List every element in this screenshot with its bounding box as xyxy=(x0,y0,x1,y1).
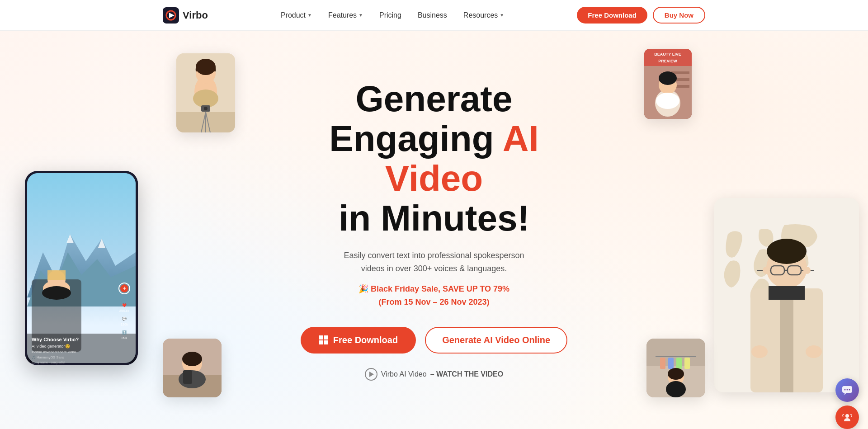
hero-free-download-button[interactable]: Free Download xyxy=(301,327,416,354)
svg-rect-36 xyxy=(47,270,66,280)
svg-rect-86 xyxy=(324,335,328,339)
hero-heading: Generate Engaging AI Video in Minutes! xyxy=(276,79,592,238)
float-card-bottom-left xyxy=(163,339,222,397)
svg-point-63 xyxy=(763,267,770,274)
svg-text:120k: 120k xyxy=(121,322,128,326)
svg-point-57 xyxy=(767,239,807,264)
svg-point-93 xyxy=(845,414,849,418)
chat-widget[interactable] xyxy=(835,378,859,402)
nav-links: Product ▼ Features ▼ Pricing Business Re… xyxy=(281,11,504,19)
svg-point-92 xyxy=(849,389,850,391)
nav-product[interactable]: Product ▼ xyxy=(281,11,312,19)
svg-text:Song name - song artist: Song name - song artist xyxy=(32,361,65,364)
nav-business[interactable]: Business xyxy=(418,11,447,19)
sale-line2: (From 15 Nov – 26 Nov 2023) xyxy=(378,297,489,306)
float-card-bottom-right xyxy=(646,339,705,397)
svg-rect-87 xyxy=(319,340,323,344)
svg-point-90 xyxy=(844,389,846,391)
play-triangle xyxy=(369,372,374,377)
svg-point-84 xyxy=(666,381,686,397)
resources-chevron: ▼ xyxy=(500,13,504,18)
hero-generate-online-button[interactable]: Generate AI Video Online xyxy=(425,327,567,354)
svg-point-25 xyxy=(656,93,679,109)
heading-generate: Generate xyxy=(356,79,513,119)
svg-rect-79 xyxy=(668,358,674,369)
svg-text:❤️: ❤️ xyxy=(122,303,127,307)
svg-rect-74 xyxy=(183,370,192,384)
logo[interactable]: Virbo xyxy=(163,7,208,24)
svg-text:🎵 HarmonyOS Sans: 🎵 HarmonyOS Sans xyxy=(32,355,64,359)
svg-point-67 xyxy=(751,345,768,358)
float-card-beauty-live: BEAUTY LIVE PREVIEW xyxy=(644,49,692,119)
product-chevron: ▼ xyxy=(307,13,312,18)
hero-section: BEAUTY LIVE PREVIEW xyxy=(0,31,868,429)
svg-text:⬆️: ⬆️ xyxy=(122,330,127,335)
sale-emoji: 🎉 xyxy=(359,284,368,293)
heading-minutes: in Minutes! xyxy=(339,198,529,238)
svg-text:#Virbo #Wondershare Virbo: #Virbo #Wondershare Virbo xyxy=(32,350,76,354)
hero-buttons: Free Download Generate AI Video Online xyxy=(276,327,592,354)
svg-rect-55 xyxy=(780,288,793,392)
svg-point-68 xyxy=(806,345,822,358)
svg-text:AI video generator😊: AI video generator😊 xyxy=(32,344,71,349)
play-circle xyxy=(365,368,377,381)
svg-text:89k: 89k xyxy=(122,336,127,340)
svg-text:BEAUTY LIVE: BEAUTY LIVE xyxy=(654,52,681,57)
float-card-man-right xyxy=(714,198,859,392)
float-card-phone: Why Choose Virbo? AI video generator😊 #V… xyxy=(25,171,138,365)
svg-text:+: + xyxy=(123,285,126,292)
nav-resources[interactable]: Resources ▼ xyxy=(463,11,504,19)
svg-rect-80 xyxy=(676,358,682,369)
svg-text:💬: 💬 xyxy=(122,316,127,321)
svg-text:PREVIEW: PREVIEW xyxy=(658,59,677,63)
hero-sale-promo: 🎉 Black Friday Sale, SAVE UP TO 79% (Fro… xyxy=(276,283,592,309)
hero-subtext: Easily convert text into professional sp… xyxy=(276,249,592,275)
sale-line1: Black Friday Sale, SAVE UP TO 79% xyxy=(371,284,509,293)
svg-text:Why Choose Virbo?: Why Choose Virbo? xyxy=(32,337,79,342)
svg-point-72 xyxy=(182,352,202,366)
svg-rect-66 xyxy=(769,286,805,300)
float-card-woman-top xyxy=(176,53,235,132)
svg-text:255.6k: 255.6k xyxy=(119,309,130,313)
chat-icon xyxy=(841,384,853,396)
nav-buy-now-button[interactable]: Buy Now xyxy=(653,7,705,24)
svg-rect-76 xyxy=(646,339,705,366)
svg-rect-81 xyxy=(684,358,690,369)
nav-free-download-button[interactable]: Free Download xyxy=(577,7,647,24)
watch-suffix: – WATCH THE VIDEO xyxy=(430,370,504,378)
watch-label: Virbo AI Video xyxy=(381,370,427,378)
svg-point-91 xyxy=(847,389,848,391)
windows-icon xyxy=(319,335,329,345)
heading-engaging: Engaging xyxy=(329,118,494,159)
svg-point-64 xyxy=(803,267,811,274)
svg-rect-15 xyxy=(644,49,692,66)
nav-actions: Free Download Buy Now xyxy=(577,7,705,24)
navbar: Virbo Product ▼ Features ▼ Pricing Busin… xyxy=(0,0,868,31)
logo-text: Virbo xyxy=(183,9,208,21)
hero-watch-video[interactable]: Virbo AI Video – WATCH THE VIDEO xyxy=(276,368,592,381)
support-widget[interactable] xyxy=(835,405,859,429)
svg-rect-88 xyxy=(324,340,328,344)
svg-point-37 xyxy=(42,286,71,300)
nav-pricing[interactable]: Pricing xyxy=(379,11,401,19)
nav-features[interactable]: Features ▼ xyxy=(328,11,363,19)
features-chevron: ▼ xyxy=(359,13,363,18)
svg-rect-85 xyxy=(319,335,323,339)
svg-point-24 xyxy=(659,71,677,85)
hero-content: Generate Engaging AI Video in Minutes! E… xyxy=(276,79,592,380)
svg-point-83 xyxy=(668,368,684,380)
svg-rect-78 xyxy=(660,358,665,369)
svg-point-8 xyxy=(193,90,218,108)
svg-point-13 xyxy=(204,107,208,110)
support-icon xyxy=(841,411,853,423)
